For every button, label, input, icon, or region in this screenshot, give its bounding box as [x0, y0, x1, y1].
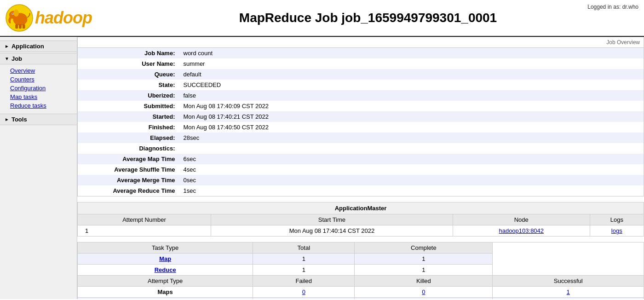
maps-failed-link[interactable]: 0 — [302, 288, 305, 295]
table-row: Elapsed: 28sec — [78, 133, 644, 143]
am-node-value: hadoop103:8042 — [453, 225, 590, 237]
main-layout: ► Application ▼ Job Overview Counters Co… — [0, 37, 644, 299]
svg-rect-7 — [19, 24, 22, 29]
table-row: Average Reduce Time 1sec — [78, 185, 644, 196]
maps-label: Maps — [158, 288, 173, 295]
sidebar-section-application[interactable]: ► Application — [0, 40, 77, 52]
table-row: Started: Mon Aug 08 17:40:21 CST 2022 — [78, 111, 644, 122]
am-node-link[interactable]: hadoop103:8042 — [499, 227, 544, 234]
avg-shuffle-time-label: Average Shuffle Time — [78, 164, 179, 175]
am-col-node: Node — [453, 214, 590, 225]
uberized-value: false — [179, 90, 644, 101]
page-title: MapReduce Job job_1659949799301_0001 — [239, 11, 497, 25]
task-reduce-complete: 1 — [355, 265, 493, 276]
sidebar-job-items: Overview Counters Configuration Map task… — [0, 65, 77, 112]
sidebar-section-tools[interactable]: ► Tools — [0, 114, 77, 125]
attempt-maps-failed: 0 — [253, 287, 355, 298]
job-overview-table: Job Overview Job Name: word count User N… — [77, 37, 644, 196]
attempt-col-killed: Killed — [355, 276, 493, 287]
table-row: Reduce 1 1 — [78, 265, 644, 276]
svg-point-3 — [13, 10, 19, 17]
table-row: Average Merge Time 0sec — [78, 175, 644, 185]
am-start-time-value: Mon Aug 08 17:40:14 CST 2022 — [211, 225, 453, 237]
am-col-start-time: Start Time — [211, 214, 453, 225]
attempt-reduces-killed: 0 — [355, 298, 493, 300]
content-area: Job Overview Job Name: word count User N… — [77, 37, 644, 299]
reduce-type-link[interactable]: Reduce — [155, 266, 176, 273]
attempt-reduces-type: Reduces — [78, 298, 253, 300]
sidebar-section-job[interactable]: ▼ Job — [0, 53, 77, 64]
table-row: Job Name: word count — [78, 48, 644, 59]
sidebar-item-counters[interactable]: Counters — [8, 75, 77, 84]
am-col-attempt-number: Attempt Number — [78, 214, 211, 225]
am-logs-value: logs — [590, 225, 644, 237]
table-row: Uberized: false — [78, 90, 644, 101]
avg-map-time-value: 6sec — [179, 154, 644, 164]
task-col-header-row-1: Task Type Total Complete — [78, 242, 644, 254]
logo-area: hadoop — [6, 4, 98, 32]
elapsed-label: Elapsed: — [78, 133, 179, 143]
am-header-row: ApplicationMaster — [78, 202, 644, 214]
job-name-value: word count — [179, 48, 644, 59]
table-row: State: SUCCEEDED — [78, 80, 644, 90]
table-row: Average Map Time 6sec — [78, 154, 644, 164]
avg-reduce-time-label: Average Reduce Time — [78, 185, 179, 196]
started-label: Started: — [78, 111, 179, 122]
diagnostics-label: Diagnostics: — [78, 143, 179, 154]
sidebar: ► Application ▼ Job Overview Counters Co… — [0, 37, 77, 299]
user-name-value: summer — [179, 58, 644, 69]
svg-point-5 — [12, 13, 13, 14]
avg-reduce-time-value: 1sec — [179, 185, 644, 196]
table-row: User Name: summer — [78, 58, 644, 69]
overview-title: Job Overview — [78, 37, 644, 48]
task-map-type: Map — [78, 254, 253, 265]
am-logs-link[interactable]: logs — [611, 227, 622, 234]
attempt-maps-type: Maps — [78, 287, 253, 298]
application-master-table: ApplicationMaster Attempt Number Start T… — [77, 202, 644, 237]
application-arrow-icon: ► — [5, 44, 9, 49]
task-summary-table: Task Type Total Complete Map 1 1 Reduce … — [77, 242, 644, 299]
attempt-col-type: Attempt Type — [78, 276, 253, 287]
am-col-header-row: Attempt Number Start Time Node Logs — [78, 214, 644, 225]
maps-killed-link[interactable]: 0 — [422, 288, 425, 295]
attempt-reduces-successful: 1 — [493, 298, 644, 300]
attempt-maps-killed: 0 — [355, 287, 493, 298]
finished-label: Finished: — [78, 122, 179, 133]
attempt-col-failed: Failed — [253, 276, 355, 287]
am-section-title: ApplicationMaster — [78, 202, 644, 214]
submitted-value: Mon Aug 08 17:40:09 CST 2022 — [179, 101, 644, 111]
finished-value: Mon Aug 08 17:40:50 CST 2022 — [179, 122, 644, 133]
sidebar-item-reduce-tasks[interactable]: Reduce tasks — [8, 101, 77, 110]
task-col-total: Total — [253, 242, 355, 254]
avg-map-time-label: Average Map Time — [78, 154, 179, 164]
task-col-type: Task Type — [78, 242, 253, 254]
elapsed-value: 28sec — [179, 133, 644, 143]
table-row: 1 Mon Aug 08 17:40:14 CST 2022 hadoop103… — [78, 225, 644, 237]
table-row: Map 1 1 — [78, 254, 644, 265]
maps-successful-link[interactable]: 1 — [567, 288, 570, 295]
state-value: SUCCEEDED — [179, 80, 644, 90]
sidebar-item-overview[interactable]: Overview — [8, 66, 77, 75]
table-row: Diagnostics: — [78, 143, 644, 154]
map-type-link[interactable]: Map — [159, 255, 171, 262]
queue-value: default — [179, 69, 644, 80]
overview-title-row: Job Overview — [78, 37, 644, 48]
table-row: Average Shuffle Time 4sec — [78, 164, 644, 175]
sidebar-item-configuration[interactable]: Configuration — [8, 84, 77, 92]
attempt-reduces-failed: 1 — [253, 298, 355, 300]
queue-label: Queue: — [78, 69, 179, 80]
task-map-complete: 1 — [355, 254, 493, 265]
am-attempt-number-value: 1 — [78, 225, 211, 237]
task-reduce-type: Reduce — [78, 265, 253, 276]
table-row: Submitted: Mon Aug 08 17:40:09 CST 2022 — [78, 101, 644, 111]
hadoop-logo-icon — [6, 4, 33, 32]
avg-merge-time-value: 0sec — [179, 175, 644, 185]
started-value: Mon Aug 08 17:40:21 CST 2022 — [179, 111, 644, 122]
sidebar-item-map-tasks[interactable]: Map tasks — [8, 92, 77, 101]
table-row: Queue: default — [78, 69, 644, 80]
task-col-complete: Complete — [355, 242, 493, 254]
am-col-logs: Logs — [590, 214, 644, 225]
task-col-header-row-2: Attempt Type Failed Killed Successful — [78, 276, 644, 287]
tools-arrow-icon: ► — [5, 117, 9, 122]
table-row: Finished: Mon Aug 08 17:40:50 CST 2022 — [78, 122, 644, 133]
